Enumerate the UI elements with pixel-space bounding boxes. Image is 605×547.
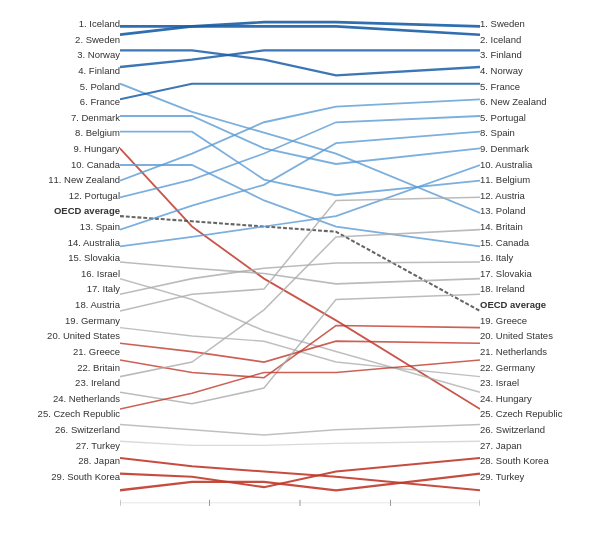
- right-label-9: 10. Australia: [480, 159, 532, 170]
- left-label-22: 22. Britain: [77, 362, 120, 373]
- left-label-14: 14. Australia: [68, 237, 120, 248]
- left-label-4: 5. Poland: [80, 81, 120, 92]
- svg-text:18: 18: [204, 507, 215, 508]
- left-label-10: 11. New Zealand: [48, 174, 120, 185]
- right-label-27: 27. Japan: [480, 440, 522, 451]
- right-labels: 1. Sweden2. Iceland3. Finland4. Norway5.…: [480, 18, 600, 508]
- left-label-11: 12. Portugal: [69, 190, 120, 201]
- left-label-25: 25. Czech Republic: [38, 408, 120, 419]
- left-label-24: 24. Netherlands: [53, 393, 120, 404]
- right-label-15: 16. Italy: [480, 252, 513, 263]
- right-label-12: 13. Poland: [480, 205, 525, 216]
- right-label-18: OECD average: [480, 299, 546, 310]
- left-label-15: 15. Slovakia: [68, 252, 120, 263]
- left-label-2: 3. Norway: [77, 49, 120, 60]
- left-label-21: 21. Greece: [73, 346, 120, 357]
- right-label-25: 25. Czech Republic: [480, 408, 562, 419]
- left-label-6: 7. Denmark: [71, 112, 120, 123]
- left-label-7: 8. Belgium: [75, 127, 120, 138]
- right-label-8: 9. Denmark: [480, 143, 529, 154]
- left-label-13: 13. Spain: [80, 221, 120, 232]
- left-label-5: 6. France: [80, 96, 120, 107]
- left-label-23: 23. Ireland: [75, 377, 120, 388]
- right-label-16: 17. Slovakia: [480, 268, 532, 279]
- right-label-7: 8. Spain: [480, 127, 515, 138]
- left-label-29: 29. South Korea: [51, 471, 120, 482]
- svg-text:20: 20: [295, 507, 306, 508]
- right-label-3: 4. Norway: [480, 65, 523, 76]
- chart-area: 1. Iceland2. Sweden3. Norway4. Finland5.…: [5, 18, 600, 508]
- right-label-4: 5. France: [480, 81, 520, 92]
- svg-text:22: 22: [385, 507, 396, 508]
- main-container: 1. Iceland2. Sweden3. Norway4. Finland5.…: [0, 0, 605, 547]
- svg-text:2016: 2016: [120, 507, 131, 508]
- right-label-0: 1. Sweden: [480, 18, 525, 29]
- right-label-26: 26. Switzerland: [480, 424, 545, 435]
- right-label-19: 19. Greece: [480, 315, 527, 326]
- left-label-16: 16. Israel: [81, 268, 120, 279]
- right-label-20: 20. United States: [480, 330, 553, 341]
- left-labels: 1. Iceland2. Sweden3. Norway4. Finland5.…: [5, 18, 120, 508]
- right-label-6: 5. Portugal: [480, 112, 526, 123]
- left-label-1: 2. Sweden: [75, 34, 120, 45]
- left-label-0: 1. Iceland: [79, 18, 120, 29]
- right-label-10: 11. Belgium: [480, 174, 530, 185]
- left-label-26: 26. Switzerland: [55, 424, 120, 435]
- left-label-8: 9. Hungary: [74, 143, 120, 154]
- right-label-22: 22. Germany: [480, 362, 535, 373]
- right-label-28: 28. South Korea: [480, 455, 549, 466]
- right-label-5: 6. New Zealand: [480, 96, 547, 107]
- right-label-21: 21. Netherlands: [480, 346, 547, 357]
- right-label-13: 14. Britain: [480, 221, 523, 232]
- svg-lines: 2016 18 20 22 24: [120, 18, 480, 508]
- right-label-2: 3. Finland: [480, 49, 522, 60]
- left-label-9: 10. Canada: [71, 159, 120, 170]
- right-label-24: 24. Hungary: [480, 393, 532, 404]
- right-label-11: 12. Austria: [480, 190, 525, 201]
- left-label-3: 4. Finland: [78, 65, 120, 76]
- right-label-17: 18. Ireland: [480, 283, 525, 294]
- left-label-17: 17. Italy: [87, 283, 120, 294]
- right-label-23: 23. Israel: [480, 377, 519, 388]
- left-label-28: 28. Japan: [78, 455, 120, 466]
- left-label-12: OECD average: [54, 205, 120, 216]
- left-label-20: 20. United States: [47, 330, 120, 341]
- left-label-19: 19. Germany: [65, 315, 120, 326]
- left-label-18: 18. Austria: [75, 299, 120, 310]
- left-label-27: 27. Turkey: [76, 440, 120, 451]
- right-label-14: 15. Canada: [480, 237, 529, 248]
- right-label-1: 2. Iceland: [480, 34, 521, 45]
- right-label-29: 29. Turkey: [480, 471, 524, 482]
